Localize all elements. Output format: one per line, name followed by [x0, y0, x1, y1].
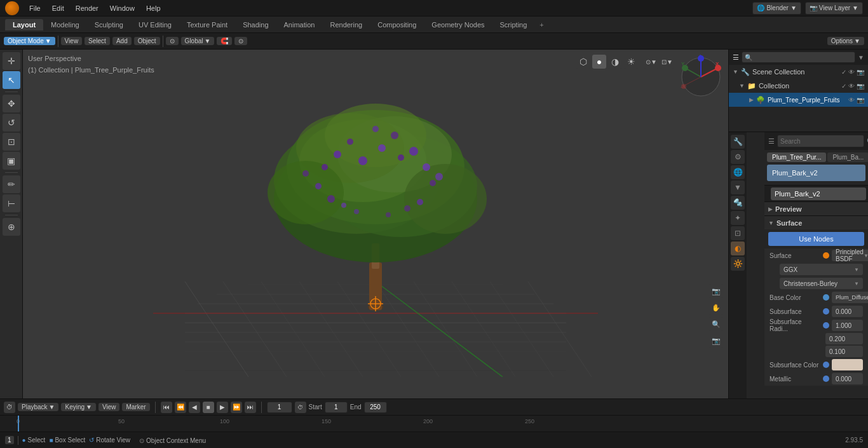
add-workspace-btn[interactable]: +	[534, 19, 548, 31]
play-btn[interactable]: ▶	[217, 402, 228, 413]
material-properties-scroll[interactable]: ▶ Preview ▼ Surface Use	[764, 201, 868, 398]
tab-uv-editing[interactable]: UV Editing	[131, 19, 179, 31]
object-menu[interactable]: Object	[134, 37, 160, 45]
zoom-btn[interactable]: 🔍	[709, 317, 723, 331]
outliner-collection[interactable]: ▼ 📁 Collection ✓ 👁 📷	[729, 79, 868, 93]
material-tab-1[interactable]: Plum_Ba...	[827, 153, 868, 162]
material-props-tab[interactable]: ◐	[731, 241, 745, 255]
render-preview-btn[interactable]: 📷	[709, 334, 723, 348]
obj-hide-btn[interactable]: 👁	[848, 97, 855, 104]
move-tool[interactable]: ✥	[3, 95, 20, 112]
menu-help[interactable]: Help	[141, 3, 166, 13]
surface-shader-dropdown[interactable]: Principled BSDF ▼	[832, 250, 868, 261]
tab-modeling[interactable]: Modeling	[43, 19, 87, 31]
keying-menu[interactable]: Keying▼	[61, 403, 95, 411]
world-props-tab[interactable]: 🌐	[731, 165, 745, 179]
timeline-ruler[interactable]: 0 50 100 150 200 250	[0, 416, 868, 431]
overlay-toggle[interactable]: ⊙▼	[644, 55, 658, 69]
rotate-tool[interactable]: ↺	[3, 114, 20, 132]
annotate-tool[interactable]: ✏	[3, 175, 20, 193]
tab-compositing[interactable]: Compositing	[370, 19, 424, 31]
options-btn[interactable]: Options ▼	[827, 37, 864, 45]
object-props-tab[interactable]: ▼	[731, 180, 745, 194]
transform-tool[interactable]: ▣	[3, 152, 20, 170]
tab-rendering[interactable]: Rendering	[322, 19, 370, 31]
tab-texture-paint[interactable]: Texture Paint	[179, 19, 235, 31]
col-exclude-btn[interactable]: ✓	[841, 83, 846, 90]
jump-end-btn[interactable]: ⏭	[245, 402, 256, 413]
particles-props-tab[interactable]: ✦	[731, 211, 745, 225]
add-menu[interactable]: Add	[112, 37, 132, 45]
object-mode-dropdown[interactable]: Object Mode ▼	[4, 37, 55, 45]
subsurface-color-swatch[interactable]	[832, 359, 863, 370]
play-back-btn[interactable]: ◀	[189, 402, 200, 413]
subsurface-radius-val3[interactable]: 0.100	[825, 346, 863, 357]
subsurface-radius-val1[interactable]: 1.000	[832, 320, 863, 331]
end-frame-input[interactable]	[364, 402, 387, 413]
current-frame-input[interactable]	[267, 402, 292, 413]
tab-layout[interactable]: Layout	[5, 19, 43, 31]
material-tab-0[interactable]: Plum_Tree_Pur...	[767, 153, 826, 162]
properties-search-input[interactable]	[777, 135, 864, 147]
tab-animation[interactable]: Animation	[276, 19, 323, 31]
timeline-mode-btn[interactable]: ⏱	[4, 402, 15, 413]
viewport-shade-solid[interactable]: ●	[592, 55, 606, 69]
tool-props-tab[interactable]: 🔧	[731, 135, 745, 149]
texture-props-tab[interactable]: 🔆	[731, 257, 745, 271]
scene-props-tab[interactable]: ⚙	[731, 150, 745, 164]
outliner-filter-btn[interactable]: ▼	[858, 54, 864, 61]
view-menu[interactable]: View	[61, 37, 83, 45]
gizmo-toggle[interactable]: ⊡▼	[660, 55, 674, 69]
viewport-shade-render[interactable]: ☀	[624, 55, 638, 69]
obj-render-btn[interactable]: 📷	[857, 97, 864, 104]
christensen-dropdown[interactable]: Christensen-Burley ▼	[780, 278, 863, 289]
ggx-dropdown[interactable]: GGX ▼	[780, 264, 863, 275]
cursor-tool[interactable]: ✛	[3, 52, 20, 70]
step-fwd-btn[interactable]: ⏩	[231, 402, 242, 413]
viewport-shade-wire[interactable]: ⬡	[576, 55, 590, 69]
snap-toggle[interactable]: 🧲	[217, 37, 232, 45]
menu-render[interactable]: Render	[71, 3, 104, 13]
tab-scripting[interactable]: Scripting	[492, 19, 535, 31]
base-color-texture[interactable]: Plum_Diffuse_v2.png	[832, 292, 868, 303]
playhead[interactable]	[18, 416, 19, 431]
render-btn[interactable]: 📷	[857, 69, 864, 76]
marker-menu[interactable]: Marker	[122, 403, 149, 411]
preview-section-header[interactable]: ▶ Preview	[764, 201, 868, 215]
view-layer-selector[interactable]: 📷 View Layer ▼	[805, 2, 863, 15]
select-tool[interactable]: ↖	[3, 71, 20, 89]
viewport-shade-material[interactable]: ◑	[608, 55, 622, 69]
menu-window[interactable]: Window	[105, 3, 140, 13]
add-object-tool[interactable]: ⊕	[3, 218, 20, 236]
scene-selector[interactable]: 🌐 Blender ▼	[752, 2, 801, 15]
viewport-navigation[interactable]: X Y Z -X	[679, 55, 723, 99]
exclude-btn[interactable]: ✓	[841, 69, 846, 76]
tab-sculpting[interactable]: Sculpting	[87, 19, 131, 31]
menu-edit[interactable]: Edit	[47, 3, 69, 13]
col-hide-btn[interactable]: 👁	[848, 83, 855, 90]
use-nodes-button[interactable]: Use Nodes	[768, 232, 864, 246]
col-render-btn[interactable]: 📷	[857, 83, 864, 90]
tab-geometry-nodes[interactable]: Geometry Nodes	[424, 19, 492, 31]
metallic-value[interactable]: 0.000	[832, 373, 863, 384]
transform-orientation[interactable]: Global ▼	[181, 37, 215, 45]
step-back-btn[interactable]: ⏪	[175, 402, 186, 413]
active-material-slot[interactable]: Plum_Bark_v2	[767, 165, 865, 181]
material-name-input[interactable]	[771, 187, 866, 200]
playback-menu[interactable]: Playback▼	[18, 403, 58, 411]
modifier-props-tab[interactable]: 🔩	[731, 196, 745, 210]
surface-section-header[interactable]: ▼ Surface	[764, 215, 868, 229]
start-frame-input[interactable]	[325, 402, 348, 413]
view-menu-timeline[interactable]: View	[98, 403, 120, 411]
physics-props-tab[interactable]: ⊡	[731, 226, 745, 240]
outliner-search-input[interactable]	[742, 51, 855, 63]
camera-view-btn[interactable]: 📷	[709, 284, 723, 298]
select-menu[interactable]: Select	[85, 37, 110, 45]
measure-tool[interactable]: ⊢	[3, 194, 20, 212]
jump-start-btn[interactable]: ⏮	[161, 402, 172, 413]
menu-file[interactable]: File	[24, 3, 46, 13]
stop-btn[interactable]: ■	[203, 402, 214, 413]
subsurface-radius-val2[interactable]: 0.200	[825, 333, 863, 344]
transform-pivot[interactable]: ⊙	[166, 37, 179, 45]
hide-btn[interactable]: 👁	[848, 69, 855, 76]
